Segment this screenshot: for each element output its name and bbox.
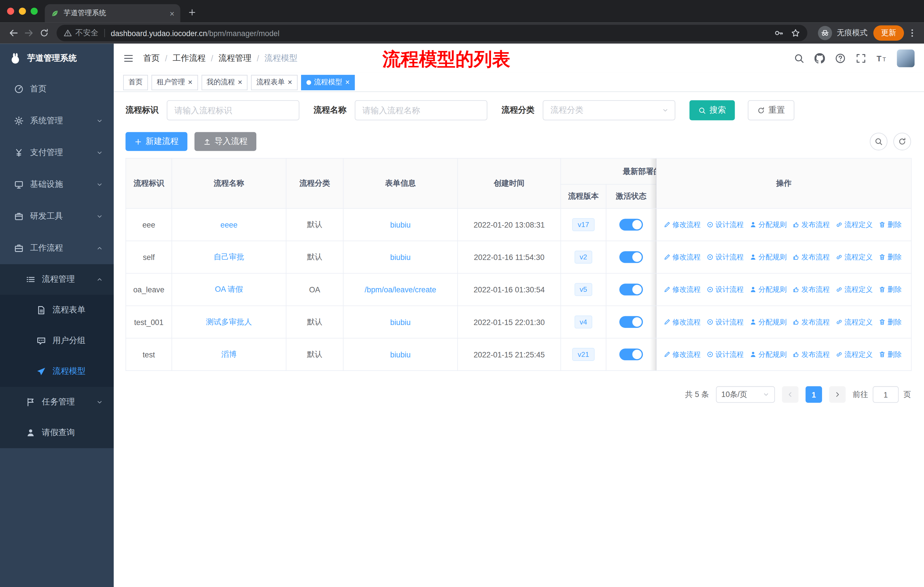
form-link[interactable]: biubiu bbox=[390, 220, 411, 229]
action-design-process[interactable]: 设计流程 bbox=[706, 349, 744, 359]
sidebar-item-home[interactable]: 首页 bbox=[0, 73, 114, 105]
app-logo[interactable]: 芋道管理系统 bbox=[0, 43, 114, 73]
browser-tab[interactable]: 芋道管理系统 × bbox=[45, 4, 180, 22]
breadcrumb-process-mgmt[interactable]: 流程管理 bbox=[219, 53, 251, 64]
search-button[interactable]: 搜索 bbox=[690, 100, 735, 121]
action-delete[interactable]: 删除 bbox=[879, 284, 902, 294]
action-design-process[interactable]: 设计流程 bbox=[706, 284, 744, 294]
action-delete[interactable]: 删除 bbox=[879, 252, 902, 262]
action-assign-rule[interactable]: 分配规则 bbox=[749, 349, 787, 359]
process-name-link[interactable]: 滔博 bbox=[221, 350, 237, 359]
browser-menu-button[interactable] bbox=[906, 25, 918, 40]
action-process-definition[interactable]: 流程定义 bbox=[835, 252, 873, 262]
reset-button[interactable]: 重置 bbox=[748, 100, 795, 121]
breadcrumb-workflow[interactable]: 工作流程 bbox=[173, 53, 206, 64]
action-process-definition[interactable]: 流程定义 bbox=[835, 284, 873, 294]
bookmark-button[interactable] bbox=[791, 28, 800, 38]
back-button[interactable] bbox=[6, 25, 21, 40]
sidebar-item-devtools[interactable]: 研发工具 bbox=[0, 201, 114, 232]
incognito-indicator[interactable]: 无痕模式 bbox=[818, 26, 868, 40]
sidebar-item-process-model[interactable]: 流程模型 bbox=[0, 356, 114, 387]
form-link[interactable]: /bpm/oa/leave/create bbox=[365, 285, 436, 294]
close-window-button[interactable] bbox=[7, 8, 14, 15]
reload-button[interactable] bbox=[37, 25, 52, 40]
import-process-button[interactable]: 导入流程 bbox=[195, 132, 256, 151]
tag-my-process[interactable]: 我的流程 × bbox=[201, 74, 248, 90]
process-name-link[interactable]: 自己审批 bbox=[214, 253, 244, 261]
action-publish-process[interactable]: 发布流程 bbox=[792, 317, 830, 327]
page-number-current[interactable]: 1 bbox=[805, 386, 822, 403]
form-link[interactable]: biubiu bbox=[390, 317, 411, 326]
action-publish-process[interactable]: 发布流程 bbox=[792, 284, 830, 294]
process-category-select[interactable]: 流程分类 bbox=[543, 100, 675, 121]
process-id-input[interactable] bbox=[167, 100, 299, 121]
action-design-process[interactable]: 设计流程 bbox=[706, 220, 744, 230]
avatar[interactable] bbox=[897, 50, 914, 67]
form-link[interactable]: biubiu bbox=[390, 350, 411, 359]
active-toggle[interactable] bbox=[619, 284, 643, 296]
action-assign-rule[interactable]: 分配规则 bbox=[749, 220, 787, 230]
prev-page-button[interactable] bbox=[782, 386, 799, 403]
action-design-process[interactable]: 设计流程 bbox=[706, 317, 744, 327]
create-process-button[interactable]: 新建流程 bbox=[125, 132, 187, 151]
address-bar[interactable]: 不安全 dashboard.yudao.iocoder.cn/bpm/manag… bbox=[57, 25, 807, 41]
forward-button[interactable] bbox=[21, 25, 36, 40]
action-delete[interactable]: 删除 bbox=[879, 220, 902, 230]
action-publish-process[interactable]: 发布流程 bbox=[792, 252, 830, 262]
action-edit-process[interactable]: 修改流程 bbox=[663, 252, 701, 262]
action-publish-process[interactable]: 发布流程 bbox=[792, 349, 830, 359]
action-delete[interactable]: 删除 bbox=[879, 317, 902, 327]
process-name-link[interactable]: OA 请假 bbox=[215, 285, 243, 294]
tag-home[interactable]: 首页 bbox=[123, 74, 148, 90]
tag-close-icon[interactable]: × bbox=[188, 79, 193, 86]
sidebar-item-user-group[interactable]: 用户分组 bbox=[0, 326, 114, 356]
page-size-select[interactable]: 10条/页 bbox=[716, 386, 775, 403]
active-toggle[interactable] bbox=[619, 251, 643, 263]
new-tab-button[interactable] bbox=[184, 4, 201, 21]
header-search-button[interactable] bbox=[794, 53, 804, 64]
action-design-process[interactable]: 设计流程 bbox=[706, 252, 744, 262]
maximize-window-button[interactable] bbox=[31, 8, 38, 15]
sidebar-item-process-mgmt[interactable]: 流程管理 bbox=[0, 264, 114, 295]
sidebar-item-system[interactable]: 系统管理 bbox=[0, 105, 114, 137]
tag-tenant[interactable]: 租户管理 × bbox=[152, 74, 198, 90]
sidebar-item-infra[interactable]: 基础设施 bbox=[0, 169, 114, 200]
minimize-window-button[interactable] bbox=[19, 8, 26, 15]
active-toggle[interactable] bbox=[619, 349, 643, 360]
action-process-definition[interactable]: 流程定义 bbox=[835, 220, 873, 230]
security-indicator[interactable]: 不安全 bbox=[64, 28, 98, 38]
tag-process-model[interactable]: 流程模型 × bbox=[301, 74, 355, 90]
form-link[interactable]: biubiu bbox=[390, 253, 411, 262]
font-size-button[interactable] bbox=[876, 53, 887, 64]
tab-close-icon[interactable]: × bbox=[170, 9, 175, 18]
show-search-button[interactable] bbox=[870, 133, 888, 150]
help-button[interactable] bbox=[835, 53, 845, 64]
active-toggle[interactable] bbox=[619, 316, 643, 328]
process-name-link[interactable]: 测试多审批人 bbox=[206, 317, 252, 326]
fullscreen-button[interactable] bbox=[856, 53, 866, 64]
github-link[interactable] bbox=[814, 53, 825, 64]
tag-process-form[interactable]: 流程表单 × bbox=[251, 74, 298, 90]
tag-close-icon[interactable]: × bbox=[287, 79, 292, 86]
goto-page-input[interactable] bbox=[873, 386, 899, 403]
sidebar-toggle-button[interactable] bbox=[123, 53, 134, 64]
sidebar-item-leave-query[interactable]: 请假查询 bbox=[0, 418, 114, 448]
browser-update-button[interactable]: 更新 bbox=[873, 25, 904, 40]
active-toggle[interactable] bbox=[619, 219, 643, 230]
action-assign-rule[interactable]: 分配规则 bbox=[749, 252, 787, 262]
sidebar-item-process-form[interactable]: 流程表单 bbox=[0, 295, 114, 326]
action-process-definition[interactable]: 流程定义 bbox=[835, 349, 873, 359]
action-assign-rule[interactable]: 分配规则 bbox=[749, 284, 787, 294]
action-edit-process[interactable]: 修改流程 bbox=[663, 284, 701, 294]
password-key-button[interactable] bbox=[774, 28, 784, 38]
process-name-link[interactable]: eeee bbox=[221, 220, 238, 229]
action-edit-process[interactable]: 修改流程 bbox=[663, 220, 701, 230]
process-name-input[interactable] bbox=[355, 100, 487, 121]
action-edit-process[interactable]: 修改流程 bbox=[663, 349, 701, 359]
action-process-definition[interactable]: 流程定义 bbox=[835, 317, 873, 327]
action-assign-rule[interactable]: 分配规则 bbox=[749, 317, 787, 327]
action-edit-process[interactable]: 修改流程 bbox=[663, 317, 701, 327]
sidebar-item-payment[interactable]: 支付管理 bbox=[0, 137, 114, 169]
tag-close-icon[interactable]: × bbox=[238, 79, 242, 86]
sidebar-item-workflow[interactable]: 工作流程 bbox=[0, 232, 114, 264]
